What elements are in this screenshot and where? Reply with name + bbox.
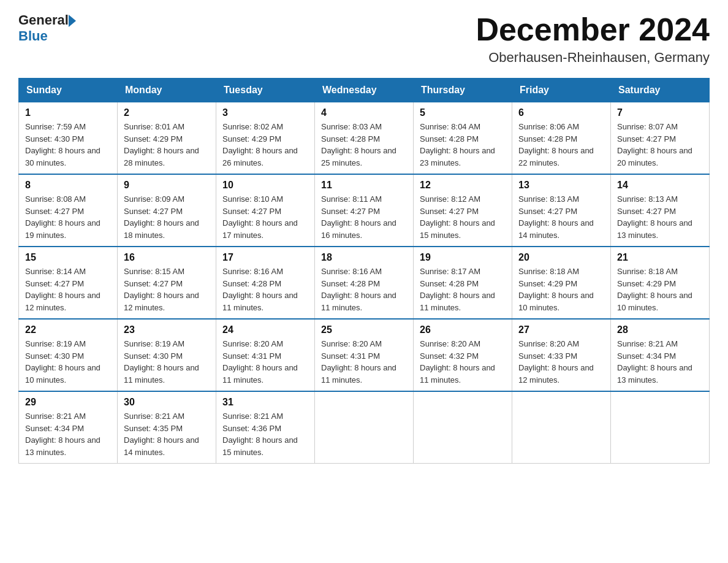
calendar-week-row: 22Sunrise: 8:19 AM Sunset: 4:30 PM Dayli… (19, 319, 710, 391)
calendar-week-row: 1Sunrise: 7:59 AM Sunset: 4:30 PM Daylig… (19, 102, 710, 175)
logo-blue-text: Blue (18, 28, 48, 44)
calendar-day-cell: 27Sunrise: 8:20 AM Sunset: 4:33 PM Dayli… (512, 319, 611, 391)
day-number: 26 (420, 324, 506, 335)
calendar-day-cell: 11Sunrise: 8:11 AM Sunset: 4:27 PM Dayli… (315, 174, 414, 247)
calendar-day-cell (414, 391, 512, 464)
day-number: 15 (25, 252, 111, 263)
calendar-day-cell: 4Sunrise: 8:03 AM Sunset: 4:28 PM Daylig… (315, 102, 414, 175)
calendar-day-cell: 6Sunrise: 8:06 AM Sunset: 4:28 PM Daylig… (512, 102, 611, 175)
logo: General Blue (18, 12, 76, 44)
calendar-header-friday: Friday (512, 79, 611, 102)
calendar-header-thursday: Thursday (414, 79, 512, 102)
title-area: December 2024 Oberhausen-Rheinhausen, Ge… (476, 12, 710, 66)
calendar-day-cell: 24Sunrise: 8:20 AM Sunset: 4:31 PM Dayli… (216, 319, 315, 391)
day-number: 12 (420, 180, 506, 191)
calendar-table: SundayMondayTuesdayWednesdayThursdayFrid… (18, 78, 710, 464)
day-number: 8 (25, 180, 111, 191)
day-number: 31 (222, 397, 308, 408)
calendar-day-cell: 25Sunrise: 8:20 AM Sunset: 4:31 PM Dayli… (315, 319, 414, 391)
day-info: Sunrise: 7:59 AM Sunset: 4:30 PM Dayligh… (25, 121, 111, 169)
logo-general-text: General (18, 12, 69, 28)
day-info: Sunrise: 8:13 AM Sunset: 4:27 PM Dayligh… (518, 193, 604, 241)
calendar-week-row: 8Sunrise: 8:08 AM Sunset: 4:27 PM Daylig… (19, 174, 710, 247)
calendar-header-row: SundayMondayTuesdayWednesdayThursdayFrid… (19, 79, 710, 102)
day-info: Sunrise: 8:21 AM Sunset: 4:34 PM Dayligh… (617, 338, 703, 386)
calendar-day-cell: 30Sunrise: 8:21 AM Sunset: 4:35 PM Dayli… (118, 391, 216, 464)
calendar-day-cell: 18Sunrise: 8:16 AM Sunset: 4:28 PM Dayli… (315, 247, 414, 319)
calendar-day-cell: 31Sunrise: 8:21 AM Sunset: 4:36 PM Dayli… (216, 391, 315, 464)
location-label: Oberhausen-Rheinhausen, Germany (476, 50, 710, 66)
day-info: Sunrise: 8:07 AM Sunset: 4:27 PM Dayligh… (617, 121, 703, 169)
day-info: Sunrise: 8:10 AM Sunset: 4:27 PM Dayligh… (222, 193, 308, 241)
day-info: Sunrise: 8:03 AM Sunset: 4:28 PM Dayligh… (321, 121, 407, 169)
day-number: 30 (124, 397, 210, 408)
calendar-header-tuesday: Tuesday (216, 79, 315, 102)
day-info: Sunrise: 8:21 AM Sunset: 4:35 PM Dayligh… (124, 410, 210, 458)
day-info: Sunrise: 8:21 AM Sunset: 4:36 PM Dayligh… (222, 410, 308, 458)
calendar-day-cell: 17Sunrise: 8:16 AM Sunset: 4:28 PM Dayli… (216, 247, 315, 319)
calendar-day-cell: 29Sunrise: 8:21 AM Sunset: 4:34 PM Dayli… (19, 391, 118, 464)
day-info: Sunrise: 8:06 AM Sunset: 4:28 PM Dayligh… (518, 121, 604, 169)
day-number: 4 (321, 107, 407, 118)
day-number: 13 (518, 180, 604, 191)
day-number: 25 (321, 324, 407, 335)
calendar-header-monday: Monday (118, 79, 216, 102)
calendar-day-cell: 20Sunrise: 8:18 AM Sunset: 4:29 PM Dayli… (512, 247, 611, 319)
day-number: 27 (518, 324, 604, 335)
day-number: 19 (420, 252, 506, 263)
calendar-day-cell: 12Sunrise: 8:12 AM Sunset: 4:27 PM Dayli… (414, 174, 512, 247)
calendar-day-cell: 2Sunrise: 8:01 AM Sunset: 4:29 PM Daylig… (118, 102, 216, 175)
day-info: Sunrise: 8:21 AM Sunset: 4:34 PM Dayligh… (25, 410, 111, 458)
day-number: 22 (25, 324, 111, 335)
day-number: 20 (518, 252, 604, 263)
day-info: Sunrise: 8:20 AM Sunset: 4:31 PM Dayligh… (321, 338, 407, 386)
day-number: 14 (617, 180, 703, 191)
calendar-day-cell: 7Sunrise: 8:07 AM Sunset: 4:27 PM Daylig… (611, 102, 710, 175)
day-number: 23 (124, 324, 210, 335)
day-info: Sunrise: 8:18 AM Sunset: 4:29 PM Dayligh… (518, 266, 604, 313)
calendar-day-cell: 23Sunrise: 8:19 AM Sunset: 4:30 PM Dayli… (118, 319, 216, 391)
day-number: 7 (617, 107, 703, 118)
calendar-day-cell: 9Sunrise: 8:09 AM Sunset: 4:27 PM Daylig… (118, 174, 216, 247)
day-number: 17 (222, 252, 308, 263)
day-number: 9 (124, 180, 210, 191)
month-title: December 2024 (476, 12, 710, 47)
calendar-day-cell: 19Sunrise: 8:17 AM Sunset: 4:28 PM Dayli… (414, 247, 512, 319)
day-number: 28 (617, 324, 703, 335)
day-info: Sunrise: 8:09 AM Sunset: 4:27 PM Dayligh… (124, 193, 210, 241)
calendar-day-cell: 26Sunrise: 8:20 AM Sunset: 4:32 PM Dayli… (414, 319, 512, 391)
calendar-day-cell (611, 391, 710, 464)
calendar-header-saturday: Saturday (611, 79, 710, 102)
calendar-day-cell (315, 391, 414, 464)
day-info: Sunrise: 8:13 AM Sunset: 4:27 PM Dayligh… (617, 193, 703, 241)
day-info: Sunrise: 8:17 AM Sunset: 4:28 PM Dayligh… (420, 266, 506, 313)
calendar-header-sunday: Sunday (19, 79, 118, 102)
day-number: 10 (222, 180, 308, 191)
day-info: Sunrise: 8:18 AM Sunset: 4:29 PM Dayligh… (617, 266, 703, 313)
calendar-day-cell: 1Sunrise: 7:59 AM Sunset: 4:30 PM Daylig… (19, 102, 118, 175)
day-number: 5 (420, 107, 506, 118)
logo-arrow-icon (69, 15, 76, 27)
calendar-day-cell (512, 391, 611, 464)
calendar-day-cell: 28Sunrise: 8:21 AM Sunset: 4:34 PM Dayli… (611, 319, 710, 391)
day-info: Sunrise: 8:16 AM Sunset: 4:28 PM Dayligh… (321, 266, 407, 313)
calendar-day-cell: 3Sunrise: 8:02 AM Sunset: 4:29 PM Daylig… (216, 102, 315, 175)
day-info: Sunrise: 8:19 AM Sunset: 4:30 PM Dayligh… (124, 338, 210, 386)
day-info: Sunrise: 8:19 AM Sunset: 4:30 PM Dayligh… (25, 338, 111, 386)
day-info: Sunrise: 8:11 AM Sunset: 4:27 PM Dayligh… (321, 193, 407, 241)
calendar-day-cell: 13Sunrise: 8:13 AM Sunset: 4:27 PM Dayli… (512, 174, 611, 247)
calendar-header-wednesday: Wednesday (315, 79, 414, 102)
day-number: 16 (124, 252, 210, 263)
day-number: 6 (518, 107, 604, 118)
calendar-day-cell: 21Sunrise: 8:18 AM Sunset: 4:29 PM Dayli… (611, 247, 710, 319)
calendar-day-cell: 5Sunrise: 8:04 AM Sunset: 4:28 PM Daylig… (414, 102, 512, 175)
calendar-day-cell: 8Sunrise: 8:08 AM Sunset: 4:27 PM Daylig… (19, 174, 118, 247)
calendar-day-cell: 16Sunrise: 8:15 AM Sunset: 4:27 PM Dayli… (118, 247, 216, 319)
day-info: Sunrise: 8:01 AM Sunset: 4:29 PM Dayligh… (124, 121, 210, 169)
day-info: Sunrise: 8:12 AM Sunset: 4:27 PM Dayligh… (420, 193, 506, 241)
day-info: Sunrise: 8:20 AM Sunset: 4:32 PM Dayligh… (420, 338, 506, 386)
day-number: 21 (617, 252, 703, 263)
day-info: Sunrise: 8:02 AM Sunset: 4:29 PM Dayligh… (222, 121, 308, 169)
calendar-day-cell: 15Sunrise: 8:14 AM Sunset: 4:27 PM Dayli… (19, 247, 118, 319)
day-number: 2 (124, 107, 210, 118)
